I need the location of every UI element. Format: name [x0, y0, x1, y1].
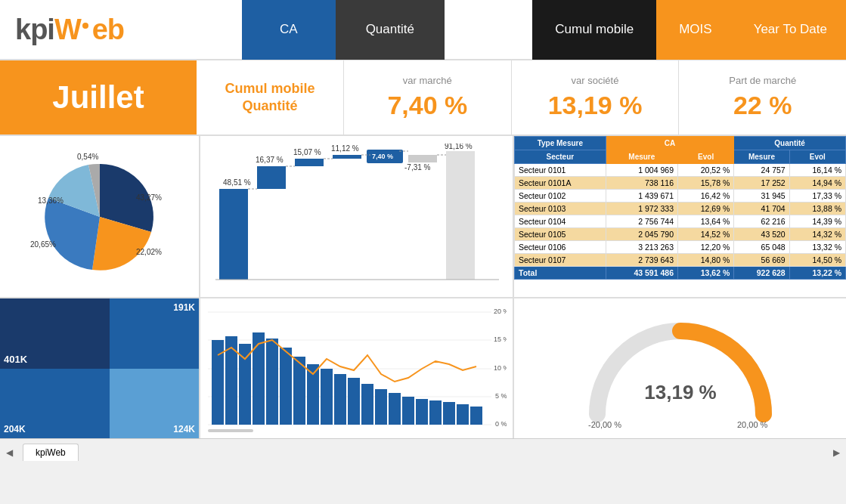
tab-item-kpiweb[interactable]: kpiWeb	[23, 444, 79, 461]
gauge-chart: 13,19 % -20,00 % 20,00 %	[575, 308, 786, 429]
nav-tab-quantite[interactable]: Quantité	[336, 0, 445, 60]
var-marche-label: var marché	[403, 75, 452, 86]
table-total-row: Total 43 591 486 13,62 % 922 628 13,22 %	[515, 267, 846, 280]
svg-text:7,40 %: 7,40 %	[372, 153, 393, 160]
svg-text:-7,31 %: -7,31 %	[404, 163, 431, 172]
svg-text:0 %: 0 %	[495, 420, 507, 428]
svg-rect-40	[253, 332, 265, 425]
svg-text:-20,00 %: -20,00 %	[588, 420, 621, 429]
svg-rect-45	[321, 369, 333, 425]
data-table: Type Mesure CA Quantité Secteur Mesure E…	[514, 136, 846, 280]
th-evol1: Evol	[677, 150, 733, 164]
svg-rect-46	[334, 374, 346, 425]
logo-kpi: kpi	[15, 14, 54, 46]
nav-tab-ytd[interactable]: Year To Date	[735, 0, 846, 60]
svg-rect-11	[333, 155, 361, 159]
waterfall-chart-panel: 48,51 % 16,37 % 15,07 % 11,12 % 7,40 %	[200, 136, 514, 297]
kpi-cumul-block: Cumul mobile Quantité	[197, 60, 344, 135]
svg-text:15 %: 15 %	[494, 335, 507, 343]
svg-rect-52	[416, 399, 428, 425]
nav-tab-ca[interactable]: CA	[242, 0, 336, 60]
svg-rect-56	[470, 407, 482, 425]
svg-text:16,37 %: 16,37 %	[256, 156, 284, 164]
gauge-panel: 13,19 % -20,00 % 20,00 %	[514, 298, 846, 438]
table-row: Secteur 0107 2 739 643 14,80 % 56 669 14…	[515, 254, 846, 267]
tab-bar: ◀ kpiWeb ▶	[0, 438, 846, 461]
svg-text:10 %: 10 %	[494, 364, 507, 372]
kpi-var-societe: var société 13,19 %	[512, 60, 680, 135]
treemap-cell-2: 191K	[110, 298, 199, 369]
svg-text:91,16 %: 91,16 %	[445, 144, 473, 150]
svg-text:0,54%: 0,54%	[77, 153, 98, 161]
waterfall-chart: 48,51 % 16,37 % 15,07 % 11,12 % 7,40 %	[212, 144, 503, 291]
var-societe-value: 13,19 %	[548, 91, 643, 120]
th-type-mesure: Type Mesure	[515, 137, 606, 150]
th-ca: CA	[606, 137, 734, 150]
svg-rect-47	[348, 378, 360, 425]
svg-rect-55	[457, 404, 469, 425]
svg-rect-7	[257, 166, 286, 189]
nav-tab-mois[interactable]: MOIS	[656, 0, 734, 60]
linebar-panel: 20 % 15 % 10 % 5 % 0 %	[200, 298, 514, 438]
table-row: Secteur 0105 2 045 790 14,52 % 43 520 14…	[515, 228, 846, 241]
svg-text:20,65%: 20,65%	[30, 240, 56, 249]
pie-chart-panel: 43,27% 22,02% 20,65% 13,36% 0,54%	[0, 136, 200, 297]
logo-dot	[82, 23, 88, 29]
charts-area: 43,27% 22,02% 20,65% 13,36% 0,54% 48,51 …	[0, 136, 846, 438]
svg-rect-42	[280, 348, 292, 425]
kpi-var-marche: var marché 7,40 %	[344, 60, 512, 135]
treemap: 401K 191K 204K 124K	[0, 298, 199, 438]
svg-rect-41	[266, 339, 278, 425]
treemap-cell-1: 401K	[0, 298, 110, 369]
logo: kpi W eb	[0, 14, 197, 46]
kpi-part-marche: Part de marché 22 %	[679, 60, 846, 135]
th-quantite: Quantité	[734, 137, 846, 150]
var-marche-value: 7,40 %	[387, 91, 467, 120]
svg-text:22,02%: 22,02%	[136, 248, 162, 256]
svg-text:13,19 %: 13,19 %	[644, 381, 716, 404]
th-mesure2: Mesure	[734, 150, 789, 164]
svg-text:15,07 %: 15,07 %	[293, 148, 321, 156]
tab-item-arrow-left[interactable]: ◀	[0, 444, 19, 461]
svg-text:11,12 %: 11,12 %	[331, 144, 359, 153]
treemap-cell-4: 124K	[110, 369, 199, 439]
table-row: Secteur 0101A 738 116 15,78 % 17 252 14,…	[515, 177, 846, 190]
treemap-cell-3: 204K	[0, 369, 110, 439]
table-row: Secteur 0102 1 439 671 16,42 % 31 945 17…	[515, 190, 846, 203]
svg-text:5 %: 5 %	[495, 392, 507, 400]
th-evol2: Evol	[789, 150, 845, 164]
svg-rect-51	[402, 397, 414, 425]
table-row: Secteur 0104 2 756 744 13,64 % 62 216 14…	[515, 215, 846, 228]
table-row: Secteur 0101 1 004 969 20,52 % 24 757 16…	[515, 164, 846, 177]
kpi-subtitle2: Quantité	[242, 98, 297, 114]
table-row: Secteur 0106 3 213 263 12,20 % 65 048 13…	[515, 241, 846, 254]
part-marche-label: Part de marché	[729, 75, 796, 86]
svg-text:20 %: 20 %	[494, 308, 507, 315]
kpi-month: Juillet	[0, 60, 197, 135]
linebar-chart: 20 % 15 % 10 % 5 % 0 %	[208, 302, 507, 434]
nav-tab-cumul[interactable]: Cumul mobile	[532, 0, 656, 60]
th-mesure1: Mesure	[606, 150, 677, 164]
charts-top: 43,27% 22,02% 20,65% 13,36% 0,54% 48,51 …	[0, 136, 846, 298]
nav-tabs: CA Quantité	[242, 0, 445, 60]
var-societe-label: var société	[572, 75, 619, 86]
logo-web-container: W eb	[54, 14, 124, 46]
table-panel: Type Mesure CA Quantité Secteur Mesure E…	[514, 136, 846, 297]
kpi-row: Juillet Cumul mobile Quantité var marché…	[0, 60, 846, 136]
svg-rect-48	[361, 384, 373, 425]
svg-text:20,00 %: 20,00 %	[737, 420, 768, 429]
th-secteur: Secteur	[515, 150, 606, 164]
svg-rect-54	[443, 402, 455, 425]
treemap-panel: 401K 191K 204K 124K	[0, 298, 200, 438]
svg-rect-5	[219, 189, 248, 280]
svg-rect-49	[375, 389, 387, 425]
table-scroll[interactable]: Type Mesure CA Quantité Secteur Mesure E…	[514, 136, 846, 297]
svg-rect-9	[295, 159, 324, 166]
nav-tabs-right: Cumul mobile MOIS Year To Date	[532, 0, 846, 60]
logo-eb: eb	[92, 14, 124, 45]
svg-rect-50	[389, 393, 401, 425]
tab-item-arrow-right[interactable]: ▶	[827, 444, 846, 461]
svg-text:13,36%: 13,36%	[38, 196, 64, 205]
pie-chart: 43,27% 22,02% 20,65% 13,36% 0,54%	[24, 149, 175, 285]
logo-web: W	[54, 14, 81, 45]
